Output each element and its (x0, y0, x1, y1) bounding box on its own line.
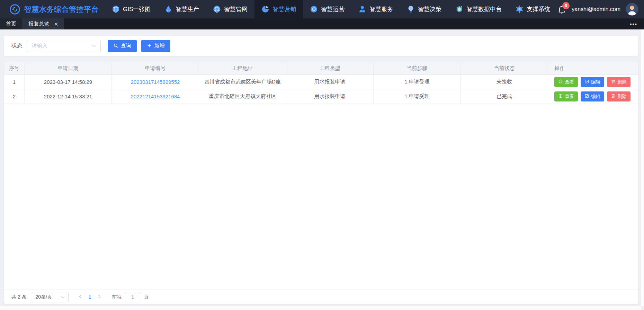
page-size-value: 20条/页 (36, 294, 52, 300)
cell-project-address: 四川省成都市武侯区美年广场D座 (199, 75, 286, 89)
vertical-scrollbar[interactable] (641, 29, 644, 306)
nav-item-marketing[interactable]: 智慧营销 (254, 0, 303, 18)
nav-item-label: GIS一张图 (123, 5, 151, 13)
filter-bar: 状态 请输入 查询 新增 (4, 36, 638, 56)
cell-current-step: 1.申请受理 (374, 75, 461, 89)
page-unit-label: 页 (144, 294, 149, 300)
status-badge: 未接收 (461, 75, 548, 89)
notification-badge: 0 (562, 2, 570, 9)
user-avatar[interactable] (626, 3, 638, 16)
cell-project-address: 重庆市北碚区天府镇天府社区 (199, 89, 286, 104)
nav-item-support-system[interactable]: 支撑系统 (509, 0, 557, 18)
col-apply-date: 申请日期 (25, 62, 112, 74)
col-actions: 操作 (548, 62, 638, 74)
chevron-right-icon (97, 294, 102, 300)
edit-button[interactable]: 编辑 (581, 77, 604, 87)
application-number-link[interactable]: 20221214153321684 (131, 94, 180, 99)
delete-button[interactable]: 删除 (607, 77, 630, 87)
app-root: 智慧水务综合管控平台 GIS一张图 智慧生产 智慧管网 (0, 0, 644, 310)
pager-page-1[interactable]: 1 (89, 294, 91, 300)
nav-item-data-platform[interactable]: 智慧数据中台 (448, 0, 509, 18)
edit-icon (584, 94, 589, 99)
nav-item-gis[interactable]: GIS一张图 (105, 0, 158, 18)
edit-icon (584, 79, 589, 85)
nav-item-pipe-network[interactable]: 智慧管网 (206, 0, 254, 18)
cell-apply-date: 2022-12-14 15:33:21 (25, 89, 112, 104)
delete-button[interactable]: 删除 (607, 91, 630, 101)
close-icon[interactable]: ✕ (54, 21, 59, 27)
main-nav: GIS一张图 智慧生产 智慧管网 智慧营销 (105, 0, 557, 18)
status-select[interactable]: 请输入 (27, 40, 101, 52)
chevron-down-icon (60, 294, 65, 300)
nav-item-label: 智慧服务 (369, 5, 393, 13)
tab-label: 报装总览 (28, 21, 49, 27)
goto-label: 前往 (112, 294, 122, 300)
pipe-network-globe-icon (213, 5, 221, 13)
eye-icon (558, 79, 563, 85)
status-select-placeholder: 请输入 (32, 43, 47, 49)
table-row: 1 2023-03-17 14:58:29 20230317145829552 … (4, 75, 638, 89)
pager-prev-button[interactable] (78, 294, 83, 300)
trash-icon (611, 79, 616, 85)
lightbulb-icon (407, 5, 415, 13)
brand: 智慧水务综合管控平台 (0, 0, 102, 18)
pager-next-button[interactable] (97, 294, 102, 300)
nav-item-decision[interactable]: 智慧决策 (400, 0, 448, 18)
nav-item-label: 智慧管网 (224, 5, 248, 13)
status-badge: 已完成 (461, 89, 548, 104)
view-button[interactable]: 查看 (554, 77, 578, 87)
tab-install-overview[interactable]: 报装总览 ✕ (22, 18, 64, 29)
cell-current-step: 1.申请受理 (374, 89, 461, 104)
data-shield-icon (455, 5, 463, 13)
nav-item-operation[interactable]: 智慧运营 (303, 0, 351, 18)
col-current-step: 当前步骤 (374, 62, 461, 74)
col-current-status: 当前状态 (461, 62, 548, 74)
eye-icon (558, 94, 563, 99)
notification-button[interactable]: 0 (557, 5, 566, 14)
plus-icon (147, 43, 152, 49)
page-size-select[interactable]: 20条/页 (32, 292, 69, 302)
nav-item-label: 智慧数据中台 (466, 5, 502, 13)
cell-project-type: 用水报装申请 (286, 75, 374, 89)
gear-icon (516, 5, 524, 13)
water-drop-icon (164, 5, 172, 13)
nav-item-label: 支撑系统 (527, 5, 550, 13)
edit-button[interactable]: 编辑 (581, 91, 604, 101)
col-project-type: 工程类型 (286, 62, 374, 74)
col-seq: 序号 (4, 62, 25, 74)
cell-apply-date: 2023-03-17 14:58:29 (25, 75, 112, 89)
nav-item-production[interactable]: 智慧生产 (158, 0, 206, 18)
horizontal-scrollbar[interactable] (0, 306, 641, 310)
add-button[interactable]: 新增 (141, 40, 170, 52)
applications-table: 序号 申请日期 申请编号 工程地址 工程类型 当前步骤 当前状态 操作 1 20… (4, 62, 638, 304)
tabs-more-button[interactable]: ••• (630, 18, 637, 29)
pie-chart-icon (261, 5, 269, 13)
tab-bar: 首页 报装总览 ✕ ••• (0, 18, 644, 29)
table-empty-area (4, 104, 638, 290)
globe-icon (112, 5, 120, 13)
chevron-left-icon (78, 294, 83, 300)
nav-item-label: 智慧决策 (418, 5, 441, 13)
view-button[interactable]: 查看 (554, 91, 578, 101)
cell-seq: 2 (4, 89, 25, 104)
status-label: 状态 (11, 42, 23, 50)
bell-icon (557, 9, 566, 15)
col-apply-number: 申请编号 (112, 62, 199, 74)
query-button[interactable]: 查询 (108, 40, 137, 52)
application-number-link[interactable]: 20230317145829552 (131, 79, 180, 85)
col-project-address: 工程地址 (199, 62, 286, 74)
trash-icon (611, 94, 616, 99)
operation-disc-icon (310, 5, 318, 13)
tab-home[interactable]: 首页 (0, 18, 22, 29)
chevron-down-icon (91, 43, 97, 48)
nav-item-service[interactable]: 智慧服务 (351, 0, 400, 18)
user-email: yanshi@admin.com (572, 6, 620, 12)
tab-label: 首页 (6, 21, 16, 27)
water-logo-icon (9, 4, 20, 15)
pagination-bar: 共 2 条 20条/页 1 前往 页 (4, 290, 638, 304)
goto-page-input[interactable] (125, 292, 140, 302)
page-title: 智慧水务综合管控平台 (24, 5, 99, 14)
nav-item-label: 智慧营销 (272, 5, 296, 13)
table-row: 2 2022-12-14 15:33:21 20221214153321684 … (4, 89, 638, 104)
service-person-icon (358, 5, 366, 13)
